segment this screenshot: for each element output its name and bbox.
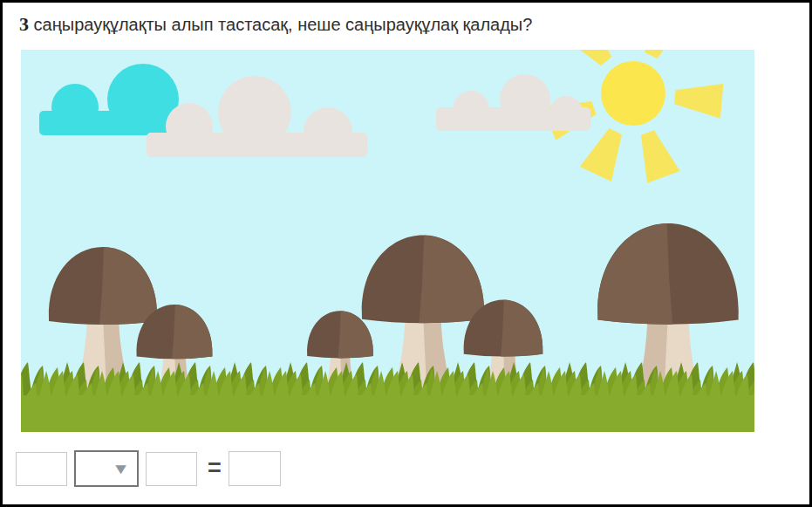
exercise-page: 3саңырауқұлақты алып тастасақ, неше саңы…: [0, 0, 812, 507]
equals-sign: =: [201, 451, 228, 486]
operator-dropdown[interactable]: ▼: [74, 450, 139, 487]
equation-row: ▼ =: [3, 3, 809, 504]
second-number-input[interactable]: [146, 452, 197, 486]
chevron-down-icon: ▼: [112, 462, 130, 476]
answer-input[interactable]: [229, 451, 281, 486]
first-number-input[interactable]: [16, 452, 67, 486]
